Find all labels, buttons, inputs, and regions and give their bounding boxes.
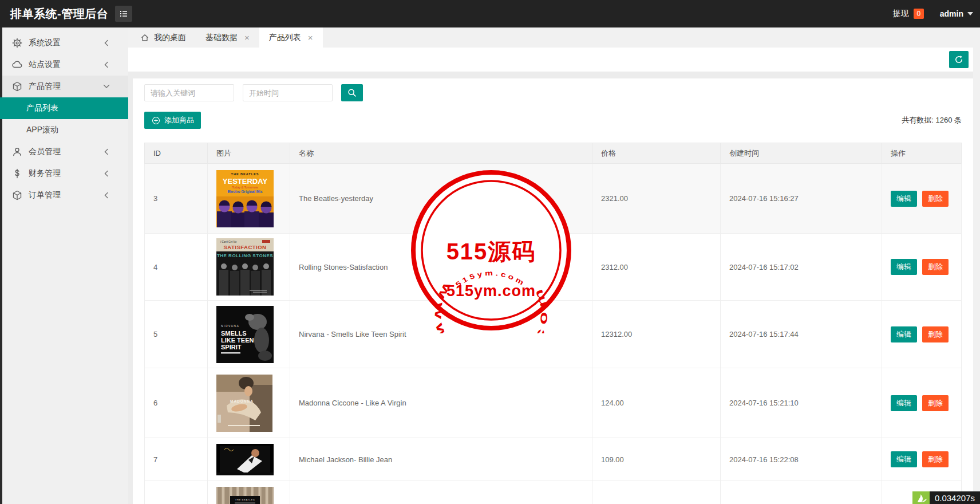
search-button[interactable] <box>341 84 363 101</box>
cell-id: 6 <box>145 368 208 438</box>
album-art-satisfaction: I Can't Get No SATISFACTION THE ROLLING … <box>216 238 274 296</box>
delete-button[interactable]: 删除 <box>922 259 949 275</box>
table-row: THE BEATLES <box>145 481 962 504</box>
cell-id: 3 <box>145 164 208 234</box>
cube-icon <box>11 81 23 92</box>
art-text: Today & Tomorrow <box>232 186 258 189</box>
start-time-input[interactable] <box>243 84 333 101</box>
tab-label: 基础数据 <box>206 33 238 43</box>
sidebar-item-label: 系统设置 <box>29 38 101 48</box>
delete-button[interactable]: 删除 <box>922 326 949 342</box>
tabs-bar: 我的桌面 基础数据 × 产品列表 × <box>128 27 980 48</box>
tab-label: 产品列表 <box>269 33 301 43</box>
main-area: 我的桌面 基础数据 × 产品列表 × <box>128 27 980 504</box>
cell-actions: 编辑删除 <box>882 438 962 481</box>
sidebar-subitem-app-scroll[interactable]: APP滚动 <box>0 119 128 141</box>
art-text: Electro Original Mix <box>227 190 262 194</box>
delete-button[interactable]: 删除 <box>922 451 949 467</box>
cell-image: NIRVANA SMELLS LIKE TEEN SPIRIT <box>208 301 290 368</box>
tab-product-list[interactable]: 产品列表 × <box>259 27 323 48</box>
cell-name: Madonna Ciccone - Like A Virgin <box>290 368 592 438</box>
sidebar-item-finance-management[interactable]: 财务管理 <box>0 163 128 184</box>
person-icon <box>11 146 23 158</box>
cell-price: 12312.00 <box>592 301 721 368</box>
page-render-time: 0.034207s <box>930 491 980 504</box>
sidebar-subitem-label: 产品列表 <box>26 103 58 113</box>
sidebar-subitem-label: APP滚动 <box>26 125 58 135</box>
close-icon[interactable]: × <box>308 33 313 42</box>
refresh-button[interactable] <box>949 51 969 68</box>
art-text: SMELLS <box>221 330 247 337</box>
cell-price <box>592 481 721 504</box>
sidebar-item-order-management[interactable]: 订单管理 <box>0 184 128 206</box>
edit-button[interactable]: 编辑 <box>891 191 917 207</box>
album-art-teen-spirit: NIRVANA SMELLS LIKE TEEN SPIRIT <box>216 306 274 363</box>
chevron-left-icon <box>101 37 112 49</box>
column-header-price: 价格 <box>592 143 721 164</box>
art-text: I Can't Get No <box>220 241 237 243</box>
withdraw-count-badge[interactable]: 0 <box>914 9 924 19</box>
total-count-text: 共有数据: 1260 条 <box>902 115 962 125</box>
sidebar-item-site-settings[interactable]: 站点设置 <box>0 54 128 76</box>
edit-button[interactable]: 编辑 <box>891 326 917 342</box>
sidebar: 系统设置 站点设置 产品管理 产品列表 APP滚动 <box>0 27 128 504</box>
art-text: SPIRIT <box>221 344 242 351</box>
cell-id: 7 <box>145 438 208 481</box>
table-row: 5 NIRVANA SMELLS LI <box>145 301 962 368</box>
tab-desktop[interactable]: 我的桌面 <box>131 27 196 48</box>
cell-actions: 编辑删除 <box>882 301 962 368</box>
user-menu[interactable]: admin <box>940 9 973 18</box>
delete-button[interactable]: 删除 <box>922 395 949 411</box>
sidebar-toggle-button[interactable] <box>115 6 132 22</box>
sidebar-item-label: 站点设置 <box>29 60 101 70</box>
add-product-label: 添加商品 <box>164 115 194 125</box>
content-area: 添加商品 共有数据: 1260 条 ID 图片 名称 价格 <box>128 72 980 504</box>
sidebar-item-system-settings[interactable]: 系统设置 <box>0 32 128 54</box>
cell-created: 2024-07-16 15:17:44 <box>721 301 882 368</box>
cell-image: THE BEATLES YESTERDAY Today & Tomorrow E… <box>208 164 290 234</box>
sidebar-item-product-management[interactable]: 产品管理 <box>0 76 128 97</box>
tab-basic-data[interactable]: 基础数据 × <box>196 27 259 48</box>
cell-id: 5 <box>145 301 208 368</box>
cell-created: 2024-07-16 15:17:02 <box>721 234 882 301</box>
chevron-left-icon <box>101 59 112 70</box>
cell-actions: 编辑删除 <box>882 368 962 438</box>
cell-name: Nirvana - Smells Like Teen Spirit <box>290 301 592 368</box>
app-title: 排单系统-管理后台 <box>0 6 115 22</box>
art-text: LIKE TEEN <box>221 337 254 344</box>
keyword-input[interactable] <box>144 84 234 101</box>
scrollbar-track[interactable] <box>973 27 980 504</box>
home-icon <box>140 33 149 42</box>
album-art-beatles-curtain: THE BEATLES <box>216 487 274 504</box>
trace-badge[interactable]: 0.034207s <box>912 491 980 504</box>
column-header-actions: 操作 <box>882 143 962 164</box>
close-icon[interactable]: × <box>244 33 250 42</box>
chevron-left-icon <box>101 168 112 179</box>
cell-created <box>721 481 882 504</box>
album-art-yesterday: THE BEATLES YESTERDAY Today & Tomorrow E… <box>216 170 274 227</box>
sidebar-subitem-product-list[interactable]: 产品列表 <box>0 97 128 119</box>
add-product-button[interactable]: 添加商品 <box>144 112 201 129</box>
cell-price: 2321.00 <box>592 164 721 234</box>
dollar-icon <box>11 168 23 179</box>
delete-button[interactable]: 删除 <box>922 191 949 207</box>
sidebar-item-label: 财务管理 <box>29 168 101 179</box>
edit-button[interactable]: 编辑 <box>891 259 917 275</box>
username: admin <box>940 9 963 18</box>
withdraw-label[interactable]: 提现 <box>893 9 909 19</box>
cell-actions: 编辑删除 <box>882 234 962 301</box>
search-row <box>144 84 962 101</box>
art-text: THE BEATLES <box>235 498 255 501</box>
art-text: SATISFACTION <box>224 244 267 250</box>
topbar-right: 提现 0 admin <box>893 9 980 19</box>
art-text: YESTERDAY <box>223 177 268 186</box>
cell-created: 2024-07-16 15:22:08 <box>721 438 882 481</box>
cell-id <box>145 481 208 504</box>
cell-name <box>290 481 592 504</box>
edit-button[interactable]: 编辑 <box>891 395 917 411</box>
chevron-left-icon <box>101 146 112 158</box>
sidebar-item-member-management[interactable]: 会员管理 <box>0 141 128 163</box>
art-text: THE ROLLING STONES <box>217 253 273 258</box>
edit-button[interactable]: 编辑 <box>891 451 917 467</box>
cell-price: 2312.00 <box>592 234 721 301</box>
